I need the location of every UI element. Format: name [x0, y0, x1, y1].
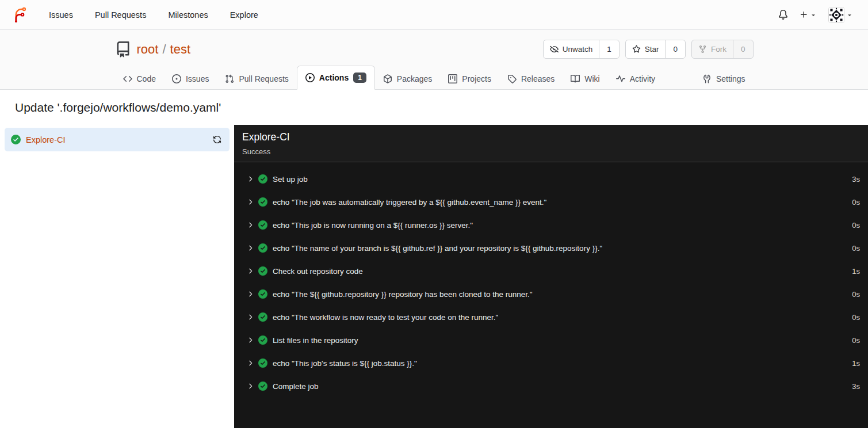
chevron-right-icon[interactable]	[246, 359, 254, 367]
tab-releases[interactable]: Releases	[499, 68, 563, 90]
chevron-right-icon[interactable]	[246, 336, 254, 344]
step-duration: 0s	[845, 198, 860, 207]
tab-settings[interactable]: Settings	[694, 68, 754, 90]
tab-actions[interactable]: Actions 1	[297, 66, 375, 90]
pulse-icon	[616, 74, 625, 83]
step-name: echo "The name of your branch is ${{ git…	[273, 244, 602, 253]
code-icon	[123, 74, 132, 83]
package-icon	[383, 74, 392, 83]
project-icon	[448, 74, 457, 83]
step-name: Set up job	[273, 175, 308, 184]
tab-issues[interactable]: Issues	[164, 68, 217, 90]
chevron-right-icon[interactable]	[246, 313, 254, 321]
step-row[interactable]: echo "This job's status is ${{ job.statu…	[234, 352, 868, 375]
step-name: echo "This job is now running on a ${{ r…	[273, 221, 473, 230]
check-circle-icon	[258, 312, 267, 322]
navbar-item-issues[interactable]: Issues	[38, 10, 84, 20]
check-circle-icon	[258, 174, 267, 184]
refresh-icon[interactable]	[211, 134, 223, 146]
step-name: List files in the repository	[273, 336, 358, 345]
actions-count-badge: 1	[353, 73, 366, 83]
repo-book-icon	[115, 41, 131, 58]
book-icon	[571, 74, 580, 83]
check-circle-icon	[258, 382, 267, 391]
step-row[interactable]: echo "The ${{ github.repository }} repos…	[234, 283, 868, 306]
step-row[interactable]: echo "This job is now running on a ${{ r…	[234, 213, 868, 237]
notifications-bell-icon[interactable]	[773, 6, 794, 23]
check-circle-icon	[258, 266, 267, 276]
run-status-text: Success	[242, 147, 860, 156]
top-navbar: Issues Pull Requests Milestones Explore	[0, 0, 868, 30]
star-count[interactable]: 0	[665, 40, 685, 58]
issue-opened-icon	[172, 74, 181, 83]
step-name: Check out repository code	[273, 267, 363, 276]
watch-count[interactable]: 1	[599, 40, 619, 58]
fork-button-group: Fork 0	[691, 40, 754, 59]
star-button[interactable]: Star	[626, 40, 666, 58]
tab-packages[interactable]: Packages	[375, 68, 440, 90]
repo-owner-link[interactable]: root	[137, 42, 159, 57]
step-duration: 0s	[845, 290, 860, 299]
chevron-right-icon[interactable]	[246, 267, 254, 275]
chevron-right-icon[interactable]	[246, 290, 254, 298]
unwatch-button[interactable]: Unwatch	[544, 40, 599, 58]
step-duration: 1s	[845, 267, 860, 276]
tab-wiki[interactable]: Wiki	[563, 68, 607, 90]
chevron-down-icon	[810, 12, 817, 18]
fork-count: 0	[733, 40, 753, 58]
workflow-run-title: Update '.forgejo/workflows/demo.yaml'	[0, 90, 868, 125]
fork-icon	[698, 45, 707, 54]
step-row[interactable]: echo "The job was automatically triggere…	[234, 190, 868, 213]
chevron-right-icon[interactable]	[246, 244, 254, 252]
step-row[interactable]: echo "The workflow is now ready to test …	[234, 306, 868, 329]
user-menu-dropdown[interactable]	[823, 3, 859, 26]
step-duration: 0s	[845, 336, 860, 345]
navbar-item-milestones[interactable]: Milestones	[157, 10, 219, 20]
check-circle-icon	[258, 197, 267, 207]
step-duration: 0s	[845, 313, 860, 322]
step-name: Complete job	[273, 382, 319, 391]
tab-pull-requests[interactable]: Pull Requests	[217, 68, 296, 90]
chevron-right-icon[interactable]	[246, 382, 254, 390]
step-name: echo "This job's status is ${{ job.statu…	[273, 359, 417, 368]
step-row[interactable]: Complete job 3s	[234, 375, 868, 398]
step-duration: 0s	[845, 244, 860, 253]
repo-tabs: Code Issues Pull Requests Actions 1 Pack…	[115, 66, 754, 89]
job-list-item-explore-ci[interactable]: Explore-CI	[5, 128, 230, 151]
step-row[interactable]: Check out repository code 1s	[234, 260, 868, 283]
unwatch-button-group: Unwatch 1	[543, 40, 620, 59]
user-avatar	[828, 7, 844, 23]
step-duration: 1s	[845, 359, 860, 368]
navbar-links: Issues Pull Requests Milestones Explore	[38, 10, 269, 20]
tab-projects[interactable]: Projects	[440, 68, 499, 90]
check-circle-icon	[258, 358, 267, 368]
navbar-item-pull-requests[interactable]: Pull Requests	[84, 10, 157, 20]
chevron-right-icon[interactable]	[246, 175, 254, 183]
eye-closed-icon	[550, 45, 559, 54]
step-row[interactable]: echo "The name of your branch is ${{ git…	[234, 237, 868, 260]
step-row[interactable]: List files in the repository 0s	[234, 329, 868, 352]
check-circle-icon	[258, 335, 267, 345]
run-header: Explore-CI Success	[234, 125, 868, 162]
step-row[interactable]: Set up job 3s	[234, 167, 868, 190]
step-name: echo "The workflow is now ready to test …	[273, 313, 498, 322]
repo-header: root / test Unwatch 1 Star 0	[0, 30, 868, 90]
forgejo-logo-icon[interactable]	[12, 6, 29, 24]
plus-icon	[800, 10, 808, 19]
chevron-right-icon[interactable]	[246, 198, 254, 206]
job-name: Explore-CI	[26, 135, 66, 144]
check-circle-icon	[11, 135, 21, 144]
tab-activity[interactable]: Activity	[608, 68, 663, 90]
chevron-right-icon[interactable]	[246, 221, 254, 229]
repo-name-link[interactable]: test	[170, 42, 190, 57]
play-circle-icon	[305, 73, 315, 82]
navbar-item-explore[interactable]: Explore	[219, 10, 269, 20]
tab-code[interactable]: Code	[115, 68, 164, 90]
create-new-dropdown[interactable]	[794, 7, 823, 22]
steps-list: Set up job 3s echo "The job was automati…	[234, 162, 868, 428]
actions-run-content: Explore-CI Explore-CI Success Set up	[0, 125, 868, 428]
run-log-panel: Explore-CI Success Set up job 3s	[234, 125, 868, 428]
run-job-title: Explore-CI	[242, 131, 860, 143]
repo-action-buttons: Unwatch 1 Star 0 Fork 0	[543, 40, 754, 59]
check-circle-icon	[258, 243, 267, 253]
